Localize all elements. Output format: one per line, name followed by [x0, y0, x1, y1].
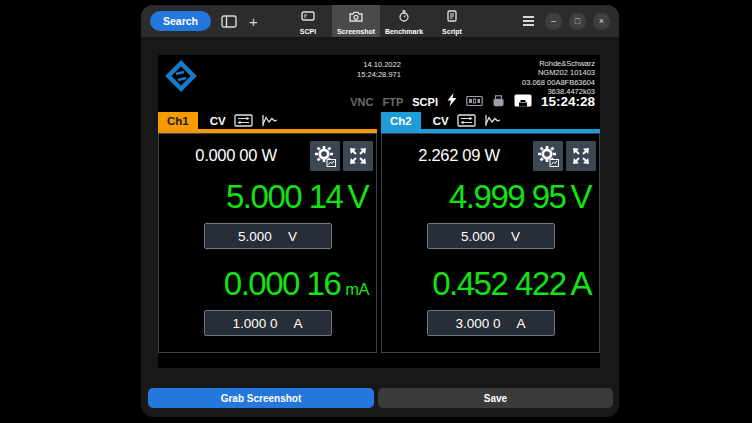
channel-1-expand-button — [343, 141, 373, 171]
tab-label: Screenshot — [337, 28, 375, 35]
channel-1-power-row: 0.000 00 W — [159, 134, 376, 174]
channel-2-mode: CV — [433, 115, 449, 127]
tab-label: Script — [442, 28, 462, 35]
channel-1-current-value: 0.000 16 — [224, 265, 340, 302]
lan-icon — [514, 93, 532, 111]
channels-row: Ch1 CV 0.000 00 W — [158, 112, 600, 353]
script-icon — [447, 8, 457, 26]
channel-2-current-unit: A — [570, 265, 592, 302]
channel-2-vset-value: 5.000 — [461, 229, 495, 244]
channel-1-iset-value: 1.000 0 — [232, 316, 277, 331]
tab-script[interactable]: Script — [428, 5, 476, 37]
channel-2-voltage-value: 4.999 95 — [449, 178, 565, 215]
ftp-status: FTP — [382, 96, 403, 108]
usb-icon — [492, 93, 505, 111]
channel-1-iset-unit: A — [294, 316, 303, 331]
channel-2-readout: 2.262 09 W 4.999 95V 5.000 — [381, 133, 600, 353]
device-time: 15:24:28.971 — [357, 70, 401, 80]
channel-2-voltage-unit: V — [570, 178, 592, 215]
save-button[interactable]: Save — [378, 388, 613, 408]
channel-1-current: 0.000 16mA — [159, 261, 376, 307]
tab-bar: SCPI Screenshot Benchmark Script — [284, 5, 476, 37]
channel-1-power: 0.000 00 W — [165, 146, 307, 165]
channel-2-current-value: 0.452 422 — [432, 265, 565, 302]
waveform-log-icon — [261, 114, 279, 127]
channel-2-voltage-set: 5.000 V — [427, 223, 555, 249]
channel-1-settings-button — [310, 141, 340, 171]
device-clock: 15:24:28 — [541, 94, 595, 109]
main-content: 14.10.2022 15:24:28.971 Rohde&Schwarz NG… — [141, 37, 619, 417]
digital-io-icon — [466, 93, 483, 111]
stopwatch-icon — [398, 8, 410, 26]
terminal-icon — [301, 8, 315, 26]
channel-1-mode: CV — [210, 115, 226, 127]
tab-label: SCPI — [300, 28, 316, 35]
levels-settings-icon — [234, 114, 253, 127]
channel-2-vset-unit: V — [511, 229, 520, 244]
channel-1-vset-unit: V — [288, 229, 297, 244]
channel-1-voltage-value: 5.000 14 — [226, 178, 342, 215]
search-button[interactable]: Search — [150, 11, 211, 31]
device-screenshot: 14.10.2022 15:24:28.971 Rohde&Schwarz NG… — [158, 55, 600, 368]
channel-1-vset-value: 5.000 — [238, 229, 272, 244]
channel-1-voltage-set: 5.000 V — [204, 223, 332, 249]
window-controls: – □ × — [523, 13, 610, 30]
grab-screenshot-button[interactable]: Grab Screenshot — [148, 388, 374, 408]
tab-scpi[interactable]: SCPI — [284, 5, 332, 37]
menu-icon[interactable] — [523, 16, 534, 26]
channel-2-current: 0.452 422A — [382, 261, 599, 307]
rohde-schwarz-logo-icon — [165, 60, 197, 96]
waveform-log-icon — [484, 114, 502, 127]
channel-2-settings-button — [533, 141, 563, 171]
channel-2-iset-unit: A — [517, 316, 526, 331]
channel-1-panel: Ch1 CV 0.000 00 W — [158, 112, 377, 353]
device-info: Rohde&Schwarz NGM202 101403 03.068 00A8F… — [522, 59, 595, 96]
channel-1-voltage-unit: V — [347, 178, 369, 215]
device-firmware: 03.068 00A8FB63604 — [522, 78, 595, 87]
channel-2-power: 2.262 09 W — [388, 146, 530, 165]
channel-1-voltage: 5.000 14V — [159, 174, 376, 220]
camera-icon — [349, 8, 363, 26]
device-model: NGM202 101403 — [522, 68, 595, 77]
app-window: Search + SCPI Screenshot Be — [141, 5, 619, 417]
close-button[interactable]: × — [593, 13, 610, 30]
device-date: 14.10.2022 — [357, 60, 401, 70]
maximize-button[interactable]: □ — [569, 13, 586, 30]
levels-settings-icon — [457, 114, 476, 127]
channel-2-iset-value: 3.000 0 — [455, 316, 500, 331]
vnc-status: VNC — [350, 96, 373, 108]
scpi-status: SCPI — [412, 96, 438, 108]
channel-2-tab-row: Ch2 CV — [381, 112, 600, 129]
device-datetime: 14.10.2022 15:24:28.971 — [357, 60, 401, 79]
sidebar-toggle-icon[interactable] — [221, 15, 237, 28]
device-statusbar: VNC FTP SCPI 15:24:28 — [350, 92, 595, 111]
channel-2-expand-button — [566, 141, 596, 171]
new-tab-icon[interactable]: + — [249, 14, 258, 29]
tab-benchmark[interactable]: Benchmark — [380, 5, 428, 37]
footer-actions: Grab Screenshot Save — [148, 388, 613, 408]
minimize-button[interactable]: – — [545, 13, 562, 30]
tab-screenshot[interactable]: Screenshot — [332, 5, 380, 37]
channel-2-power-row: 2.262 09 W — [382, 134, 599, 174]
channel-2-voltage: 4.999 95V — [382, 174, 599, 220]
channel-1-current-set: 1.000 0 A — [204, 310, 332, 336]
tab-label: Benchmark — [385, 28, 423, 35]
channel-2-tab: Ch2 — [381, 112, 421, 129]
device-header: 14.10.2022 15:24:28.971 Rohde&Schwarz NG… — [158, 55, 600, 92]
device-brand: Rohde&Schwarz — [522, 59, 595, 68]
titlebar: Search + SCPI Screenshot Be — [141, 5, 619, 37]
channel-1-readout: 0.000 00 W 5.000 14V 5.000 — [158, 133, 377, 353]
lightning-icon — [447, 93, 457, 111]
channel-1-tab-row: Ch1 CV — [158, 112, 377, 129]
channel-1-current-unit: mA — [345, 280, 369, 298]
channel-1-tab: Ch1 — [158, 112, 198, 129]
channel-2-panel: Ch2 CV 2.262 09 W — [381, 112, 600, 353]
channel-2-current-set: 3.000 0 A — [427, 310, 555, 336]
